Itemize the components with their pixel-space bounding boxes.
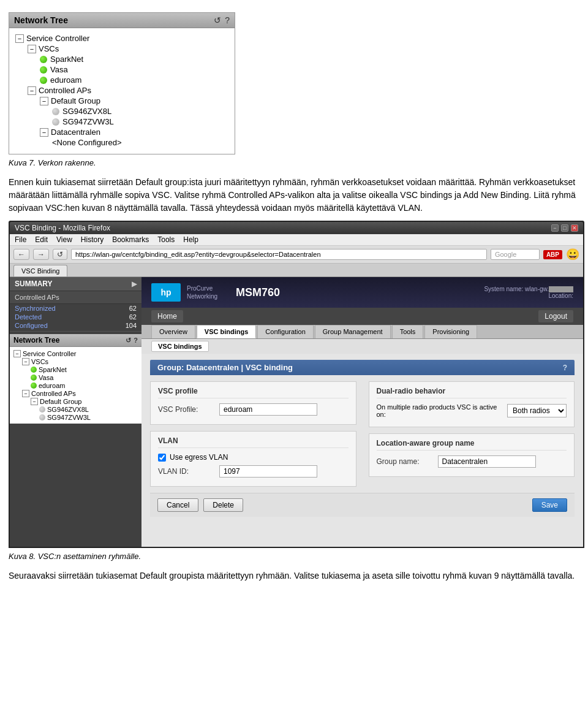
save-button[interactable]: Save: [532, 498, 567, 512]
none-configured-label: <None Configured>: [52, 138, 121, 147]
stat-synchronized-value: 62: [129, 305, 137, 312]
panel-help-icon[interactable]: ?: [563, 364, 567, 372]
sidebar-nt-header: Network Tree ↺ ?: [10, 334, 141, 347]
forward-button[interactable]: →: [33, 249, 49, 260]
stat-synchronized-label[interactable]: Synchronized: [15, 305, 56, 312]
s-tree-sparknet[interactable]: SparkNet: [13, 365, 138, 373]
s-expand-sc[interactable]: −: [13, 350, 21, 357]
tree-item-sg947[interactable]: SG947ZVW3L: [15, 116, 228, 127]
s-tree-sg946[interactable]: SG946ZVX8L: [13, 405, 138, 413]
stat-configured-label[interactable]: Configured: [15, 322, 48, 329]
search-box[interactable]: Google: [491, 249, 540, 260]
s-tree-controlled-aps[interactable]: − Controlled APs: [13, 389, 138, 397]
s-tree-vscs[interactable]: − VSCs: [13, 357, 138, 365]
panel-title: Group: Datacentralen | VSC binding: [157, 363, 293, 372]
expand-icon-default-group[interactable]: −: [40, 97, 48, 105]
menu-view[interactable]: View: [56, 235, 72, 244]
form-two-col: VSC profile VSC Profile: VLAN: [150, 381, 575, 493]
network-tree-body: − Service Controller − VSCs SparkNet Vas…: [9, 28, 235, 154]
sidebar-nt-help-icon[interactable]: ?: [134, 337, 138, 344]
use-egress-row: Use egress VLAN: [158, 453, 349, 462]
panel-main-content: Group: Datacentralen | VSC binding ? VSC…: [141, 354, 583, 547]
vlan-title: VLAN: [158, 436, 349, 448]
expand-icon-controlled-aps[interactable]: −: [28, 86, 36, 95]
use-egress-checkbox[interactable]: [158, 454, 166, 462]
sidebar-network-tree: Network Tree ↺ ? − Service Controller: [10, 334, 141, 424]
tree-item-controlled-aps[interactable]: − Controlled APs: [15, 85, 228, 96]
s-tree-eduroam[interactable]: eduroam: [13, 381, 138, 389]
s-expand-dg[interactable]: −: [31, 398, 38, 405]
caption-fig8: Kuva 8. VSC:n asettaminen ryhmälle.: [9, 552, 579, 561]
sidebar-summary-label: SUMMARY: [15, 280, 53, 288]
vasa-label: Vasa: [50, 65, 68, 74]
delete-button[interactable]: Delete: [203, 498, 243, 512]
menu-bookmarks[interactable]: Bookmarks: [112, 235, 149, 244]
tab-tools[interactable]: Tools: [392, 325, 424, 338]
sidebar-nt-refresh-icon[interactable]: ↺: [126, 337, 131, 344]
browser-tab[interactable]: VSC Binding: [13, 265, 67, 276]
s-tree-default-group[interactable]: − Default Group: [13, 397, 138, 405]
s-expand-vscs[interactable]: −: [22, 358, 29, 365]
refresh-icon[interactable]: ↺: [214, 15, 221, 25]
dual-radio-desc: On multiple radio products VSC is active…: [377, 403, 504, 418]
s-sparknet-dot: [31, 367, 37, 373]
body-paragraph-2: Seuraavaksi siirretään tukiasemat Defaul…: [9, 569, 579, 582]
tree-item-service-controller[interactable]: − Service Controller: [15, 33, 228, 44]
back-button[interactable]: ←: [13, 249, 29, 260]
s-tree-vasa[interactable]: Vasa: [13, 373, 138, 381]
menu-history[interactable]: History: [81, 235, 104, 244]
tree-item-eduroam[interactable]: eduroam: [15, 75, 228, 85]
sidebar-expand-icon[interactable]: ▶: [132, 280, 137, 288]
vsc-profile-label: VSC Profile:: [158, 405, 219, 414]
hp-home-btn[interactable]: Home: [151, 310, 183, 322]
menu-tools[interactable]: Tools: [157, 235, 175, 244]
sidebar-summary-header[interactable]: SUMMARY ▶: [10, 277, 141, 291]
tab-vsc-bindings[interactable]: VSC bindings: [197, 325, 257, 338]
hp-procurve-text: ProCurveNetworking: [187, 284, 217, 300]
tree-item-vscs[interactable]: − VSCs: [15, 44, 228, 54]
help-icon[interactable]: ?: [225, 15, 230, 25]
menu-file[interactable]: File: [15, 235, 26, 244]
vasa-status-dot: [40, 66, 47, 74]
btn-left-group: Cancel Delete: [157, 498, 243, 512]
s-tree-sg947[interactable]: SG947ZVW3L: [13, 413, 138, 421]
subtab-vsc-bindings[interactable]: VSC bindings: [151, 341, 209, 352]
datacentralen-label: Datacentralen: [51, 128, 100, 137]
tab-provisioning[interactable]: Provisioning: [424, 325, 477, 338]
vsc-profile-row: VSC Profile:: [158, 403, 349, 416]
tree-item-sparknet[interactable]: SparkNet: [15, 54, 228, 64]
expand-icon-datacentralen[interactable]: −: [40, 128, 48, 137]
tree-item-default-group[interactable]: − Default Group: [15, 96, 228, 106]
s-tree-service-controller[interactable]: − Service Controller: [13, 349, 138, 357]
group-name-input[interactable]: [438, 455, 536, 468]
expand-icon-vscs[interactable]: −: [28, 45, 36, 53]
tree-item-datacentralen[interactable]: − Datacentralen: [15, 127, 228, 137]
cancel-button[interactable]: Cancel: [157, 498, 198, 512]
hp-logout-btn[interactable]: Logout: [538, 310, 573, 322]
tree-item-sg946[interactable]: SG946ZVX8L: [15, 106, 228, 116]
tree-item-vasa[interactable]: Vasa: [15, 64, 228, 75]
menu-edit[interactable]: Edit: [35, 235, 48, 244]
maximize-button[interactable]: □: [561, 224, 568, 232]
vlan-id-input[interactable]: [219, 465, 317, 478]
sidebar-nt-icons: ↺ ?: [126, 337, 138, 344]
sg947-status-dot: [52, 118, 59, 126]
browser-window-controls: − □ ✕: [551, 224, 578, 232]
tab-configuration[interactable]: Configuration: [257, 325, 313, 338]
menu-help[interactable]: Help: [183, 235, 198, 244]
reload-button[interactable]: ↺: [53, 249, 67, 260]
network-tree-panel: Network Tree ↺ ? − Service Controller − …: [9, 12, 235, 154]
expand-icon[interactable]: −: [15, 34, 24, 43]
tab-group-management[interactable]: Group Management: [315, 325, 391, 338]
close-button[interactable]: ✕: [571, 224, 578, 232]
vsc-profile-input[interactable]: [219, 403, 317, 416]
address-bar[interactable]: https://wlan-gw/centcfg/binding_edit.asp…: [71, 249, 487, 260]
minimize-button[interactable]: −: [551, 224, 559, 232]
tab-overview[interactable]: Overview: [151, 325, 195, 338]
dual-radio-select[interactable]: Both radios Radio 1 only Radio 2 only: [507, 404, 567, 417]
stat-detected-label[interactable]: Detected: [15, 313, 42, 321]
s-expand-aps[interactable]: −: [22, 390, 29, 397]
sidebar-divider: [10, 331, 141, 332]
sidebar-stat-detected: Detected 62: [10, 313, 141, 321]
default-group-label: Default Group: [51, 96, 100, 105]
